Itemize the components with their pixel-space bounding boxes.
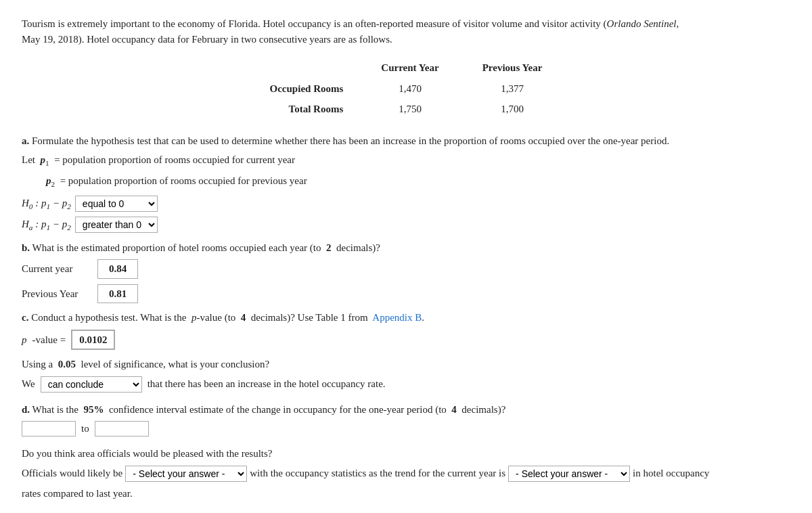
intro-source: Orlando Sentinel, [607, 18, 679, 29]
part-b: b. What is the estimated proportion of h… [22, 240, 790, 304]
part-a-label: a. [22, 135, 29, 146]
part-b-desc1: What is the estimated proportion of hote… [32, 242, 321, 253]
officials-text3: in hotel occupancy [633, 466, 709, 481]
pvalue-value: 0.0102 [71, 330, 115, 351]
table-col-current: Current Year [359, 58, 460, 79]
table-cell-occupied-previous: 1,377 [461, 79, 564, 99]
do-you-text: Do you think area officials would be ple… [22, 446, 790, 462]
part-c: c. Conduct a hypothesis test. What is th… [22, 310, 790, 393]
part-c-desc3: decimals)? Use Table 1 from [251, 312, 368, 323]
conclude-select[interactable]: can conclude cannot conclude [41, 376, 142, 393]
conclude-line: We can conclude cannot conclude that the… [22, 376, 790, 393]
ha-select[interactable]: greater than 0 equal to 0 less than 0 no… [75, 217, 158, 233]
part-d-label: d. [22, 404, 30, 415]
conclude-text: that there has been an increase in the h… [148, 376, 386, 392]
ci-to-label: to [81, 421, 89, 437]
part-d-desc1: What is the [32, 404, 78, 415]
occupancy-table: Current Year Previous Year Occupied Room… [248, 58, 564, 120]
part-a-text: a. Formulate the hypothesis test that ca… [22, 133, 790, 149]
part-b-label: b. [22, 242, 30, 253]
part-d-desc3: decimals)? [461, 404, 505, 415]
p2-symbol: p [46, 175, 51, 186]
part-b-decimals: 2 [326, 242, 332, 253]
ha-math-prefix: Ha : p1 − p2 [22, 217, 71, 233]
part-c-desc4: . [422, 312, 424, 323]
p2-sub: 2 [51, 180, 55, 188]
p1-sub: 1 [45, 159, 49, 167]
ci-from-input[interactable] [22, 421, 76, 437]
part-c-desc2: -value (to [196, 312, 235, 323]
part-d-text: d. What is the 95% confidence interval e… [22, 402, 790, 418]
table-cell-total-previous: 1,700 [461, 99, 564, 120]
table-cell-occupied-label: Occupied Rooms [248, 79, 360, 99]
intro-paragraph: Tourism is extremely important to the ec… [22, 16, 790, 47]
intro-line1: Tourism is extremely important to the ec… [22, 18, 607, 29]
let-word: Let [22, 154, 35, 165]
current-year-row: Current year 0.84 [22, 259, 790, 279]
table-cell-total-label: Total Rooms [248, 99, 360, 120]
table-row-total: Total Rooms 1,750 1,700 [248, 99, 564, 120]
p2-def: = population proportion of rooms occupie… [60, 175, 307, 186]
part-b-text: b. What is the estimated proportion of h… [22, 240, 790, 256]
officials-text2: with the occupancy statistics as the tre… [250, 466, 505, 481]
part-d-desc2: confidence interval estimate of the chan… [109, 404, 447, 415]
part-a: a. Formulate the hypothesis test that ca… [22, 133, 790, 233]
part-a-description: Formulate the hypothesis test that can b… [32, 135, 669, 146]
ha-line: Ha : p1 − p2 greater than 0 equal to 0 l… [22, 217, 790, 233]
data-table-section: Current Year Previous Year Occupied Room… [22, 58, 790, 120]
table-col-empty [248, 58, 360, 79]
table-row-occupied: Occupied Rooms 1,470 1,377 [248, 79, 564, 99]
appendix-b-link[interactable]: Appendix B [372, 312, 422, 323]
officials-text4: rates compared to last year. [22, 486, 790, 501]
p-value-label: p [22, 332, 27, 348]
current-year-label: Current year [22, 261, 89, 277]
sig-text2: level of significance, what is your conc… [81, 359, 270, 370]
pvalue-equals: -value = [32, 332, 66, 348]
let-definitions: Let p1 = population proportion of rooms … [22, 152, 790, 169]
part-d-decimals: 4 [451, 404, 457, 415]
table-cell-occupied-current: 1,470 [359, 79, 460, 99]
p2-definition: p2 = population proportion of rooms occu… [22, 173, 790, 190]
h0-math-prefix: H0 : p1 − p2 [22, 196, 71, 213]
table-col-previous: Previous Year [461, 58, 564, 79]
officials-select[interactable]: - Select your answer - pleased displease… [125, 466, 247, 482]
current-year-value: 0.84 [97, 259, 138, 279]
p1-def: = population proportion of rooms occupie… [54, 154, 295, 165]
officials-line: Officials would likely be - Select your … [22, 466, 790, 482]
table-cell-total-current: 1,750 [359, 99, 460, 120]
p1-symbol: p [41, 154, 46, 165]
ci-interval-line: to [22, 421, 790, 437]
previous-year-label: Previous Year [22, 286, 89, 302]
we-label: We [22, 376, 35, 392]
h0-select[interactable]: equal to 0 greater than 0 less than 0 no… [75, 196, 158, 212]
intro-line2: May 19, 2018). Hotel occupancy data for … [22, 34, 392, 45]
part-d: d. What is the 95% confidence interval e… [22, 402, 790, 501]
sig-text1: Using a [22, 359, 53, 370]
sig-value: 0.05 [58, 359, 76, 370]
part-c-desc1: Conduct a hypothesis test. What is the [31, 312, 186, 323]
part-b-desc2: decimals)? [336, 242, 380, 253]
part-c-text: c. Conduct a hypothesis test. What is th… [22, 310, 790, 326]
part-d-pct: 95% [83, 404, 104, 415]
ci-to-input[interactable] [95, 421, 149, 437]
part-c-label: c. [22, 312, 28, 323]
h0-line: H0 : p1 − p2 equal to 0 greater than 0 l… [22, 196, 790, 213]
part-c-decimals: 4 [241, 312, 246, 323]
officials-text1: Officials would likely be [22, 466, 122, 481]
pvalue-line: p-value = 0.0102 [22, 330, 790, 351]
trend-select[interactable]: - Select your answer - increasing decrea… [508, 466, 630, 482]
previous-year-value: 0.81 [97, 284, 138, 304]
significance-text: Using a 0.05 level of significance, what… [22, 357, 790, 372]
previous-year-row: Previous Year 0.81 [22, 284, 790, 304]
